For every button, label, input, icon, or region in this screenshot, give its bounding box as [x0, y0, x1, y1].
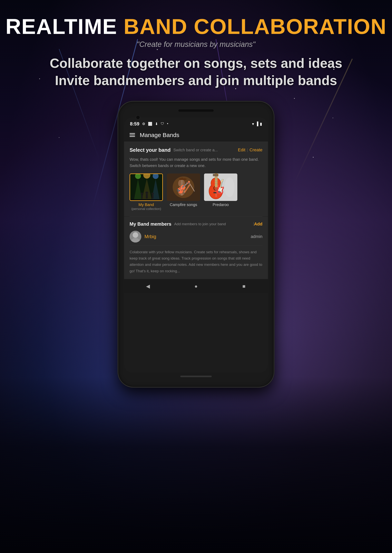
select-band-subtitle: Switch band or create a... [174, 148, 238, 152]
wifi-icon: ▾ [252, 122, 254, 126]
title-white: REALTIME [6, 14, 124, 38]
svg-point-10 [146, 191, 148, 194]
campfire-svg [167, 174, 200, 201]
title-highlight: BAND COLLABORATION [124, 14, 386, 38]
back-button[interactable]: ◀ [143, 283, 153, 289]
my-band-name: My Band [139, 203, 154, 207]
bands-grid: My Band (personal collection) [130, 174, 262, 211]
svg-rect-31 [211, 187, 220, 190]
dot-icon: • [167, 122, 168, 126]
svg-point-12 [152, 193, 154, 195]
download-icon: ⬇ [155, 122, 158, 126]
phone-camera [136, 115, 140, 119]
svg-rect-27 [179, 178, 186, 180]
select-band-description: Wow, thats cool! You can manage songs an… [130, 156, 262, 169]
band-image-predaroo [204, 174, 237, 201]
screenshot-icon: ⬜ [148, 122, 152, 126]
action-divider: | [247, 148, 248, 152]
subtitle: "Create for musicians by musicians" [6, 40, 386, 49]
nav-bar: ◀ ● ■ [124, 280, 268, 293]
crowd-bg [0, 377, 392, 553]
svg-point-46 [225, 177, 234, 197]
hamburger-menu[interactable] [130, 133, 135, 137]
svg-rect-19 [181, 187, 182, 192]
create-band-button[interactable]: Create [250, 147, 262, 153]
svg-rect-14 [130, 199, 163, 201]
shield-icon: 🛡 [161, 122, 164, 126]
my-band-subtitle: (personal collection) [131, 207, 161, 211]
member-username: Mrbig [144, 234, 248, 239]
svg-point-8 [141, 193, 143, 195]
members-title: My Band members [130, 221, 171, 227]
signal-icon: ▐ [256, 122, 258, 126]
svg-point-29 [209, 183, 223, 199]
battery-icon: ▮ [260, 122, 262, 126]
main-title: REALTIME BAND COLLABORATION [6, 16, 386, 37]
edit-band-button[interactable]: Edit [238, 147, 245, 153]
band-image-campfire [167, 174, 200, 201]
member-row: Mrbig admin [130, 231, 262, 246]
members-subtitle: Add members to join your band [174, 222, 253, 226]
predaroo-image [204, 174, 237, 201]
svg-rect-9 [141, 195, 143, 199]
campfire-image [167, 174, 200, 201]
hamburger-line [130, 135, 135, 135]
phone-frame: 8:59 ⚙ ⬜ ⬇ 🛡 • ▾ ▐ ▮ [118, 101, 274, 388]
app-bar: Manage Bands [124, 129, 268, 141]
phone-speaker [178, 109, 214, 112]
select-band-section: Select your band Switch band or create a… [124, 141, 268, 217]
select-band-header: Select your band Switch band or create a… [130, 147, 262, 153]
band-card-predaroo[interactable]: Predaroo [204, 174, 237, 207]
avatar-svg [130, 231, 141, 243]
svg-point-32 [213, 186, 218, 190]
my-band-svg [130, 174, 163, 201]
status-right: ▾ ▐ ▮ [252, 122, 262, 126]
band-card-my-band[interactable]: My Band (personal collection) [130, 174, 163, 211]
phone-screen: 8:59 ⚙ ⬜ ⬇ 🛡 • ▾ ▐ ▮ [124, 118, 268, 372]
band-card-campfire[interactable]: Campfire songs [167, 174, 200, 207]
select-band-actions: Edit | Create [238, 147, 262, 153]
phone: 8:59 ⚙ ⬜ ⬇ 🛡 • ▾ ▐ ▮ [118, 101, 274, 388]
svg-point-33 [214, 186, 218, 190]
status-bar: 8:59 ⚙ ⬜ ⬇ 🛡 • ▾ ▐ ▮ [124, 118, 268, 129]
home-button[interactable]: ● [191, 283, 201, 289]
band-image-my-band [130, 174, 163, 201]
select-band-title: Select your band [130, 147, 171, 153]
svg-rect-11 [146, 194, 148, 199]
taglines: Collaborate together on songs, sets and … [50, 55, 343, 89]
avatar [130, 231, 141, 243]
predaroo-name: Predaroo [213, 203, 229, 207]
svg-point-48 [133, 232, 138, 238]
hamburger-line [130, 133, 135, 134]
svg-point-17 [178, 179, 185, 188]
gear-status-icon: ⚙ [142, 122, 145, 126]
svg-point-44 [215, 174, 217, 176]
app-bar-title: Manage Bands [140, 132, 179, 138]
status-left: 8:59 ⚙ ⬜ ⬇ 🛡 • [130, 121, 168, 127]
add-member-button[interactable]: Add [254, 222, 262, 227]
svg-point-43 [213, 174, 215, 176]
recents-button[interactable]: ■ [239, 283, 249, 289]
collab-description: Colaborate with your fellow musicians. C… [130, 249, 262, 274]
member-role: admin [251, 234, 262, 239]
headline: REALTIME BAND COLLABORATION "Create for … [6, 16, 386, 49]
predaroo-svg [204, 174, 237, 201]
my-band-image [130, 174, 162, 200]
campfire-name: Campfire songs [170, 203, 197, 207]
members-header: My Band members Add members to join your… [130, 221, 262, 227]
phone-home-bar [180, 376, 212, 377]
tagline-1: Collaborate together on songs, sets and … [50, 55, 343, 72]
tagline-2: Invite bandmembers and join multiple ban… [50, 72, 343, 89]
members-section: My Band members Add members to join your… [124, 217, 268, 279]
svg-rect-45 [213, 192, 218, 193]
main-content: REALTIME BAND COLLABORATION "Create for … [0, 0, 392, 388]
svg-rect-13 [152, 195, 154, 199]
status-time: 8:59 [130, 121, 139, 127]
hamburger-line [130, 136, 135, 137]
